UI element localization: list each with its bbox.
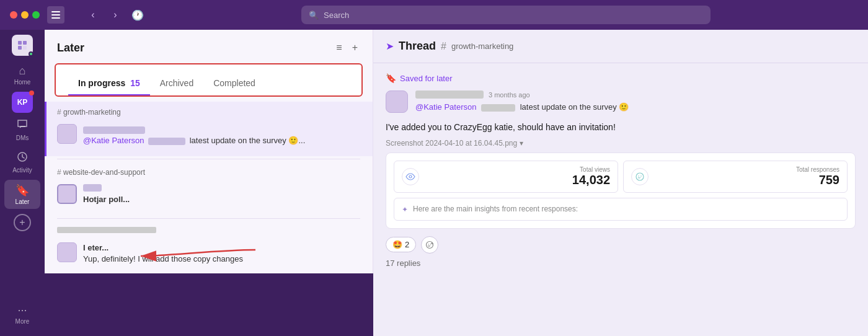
add-reaction-button[interactable]	[421, 236, 438, 254]
svg-rect-5	[23, 41, 27, 45]
later-panel-container: Later ≡ + In progress 15 Archived Comple…	[45, 30, 373, 336]
thread-title: Thread	[399, 40, 436, 53]
search-icon: 🔍	[309, 11, 319, 20]
thread-icon: ➤	[386, 40, 394, 52]
dropdown-icon[interactable]: ▾	[520, 139, 523, 148]
svg-rect-6	[18, 46, 22, 50]
svg-rect-7	[23, 46, 27, 50]
home-icon: ⌂	[19, 64, 26, 77]
blurred-sender-name	[415, 91, 484, 99]
channel-section-growth-marketing: # growth-marketing @Katie Paterson lates…	[45, 102, 373, 156]
thread-mention: @Katie Paterson	[415, 102, 476, 112]
thread-panel: ➤ Thread # growth-marketing 🔖 Saved for …	[373, 30, 868, 336]
workspace-avatar-container	[12, 35, 33, 56]
message-body: @Katie Paterson latest update on the sur…	[83, 124, 360, 146]
notification-dot	[29, 91, 34, 95]
thread-message: 3 months ago @Katie Paterson latest upda…	[386, 91, 856, 113]
svg-point-10	[636, 173, 644, 180]
nav-controls: ‹ › 🕐	[84, 6, 146, 24]
sidebar-toggle-button[interactable]	[47, 6, 64, 24]
kp-label: KP	[17, 98, 28, 107]
back-button[interactable]: ‹	[84, 6, 102, 24]
responses-stat: Total responses 759	[623, 161, 848, 193]
activity-icon	[17, 151, 28, 166]
svg-point-12	[640, 175, 642, 177]
insights-box: ✦ Here are the main insights from recent…	[394, 198, 848, 221]
insights-text: Here are the main insights from recent r…	[413, 205, 578, 213]
blurred-dots	[83, 184, 102, 192]
sidebar-item-kp[interactable]: KP	[12, 92, 33, 113]
tab-in-progress[interactable]: In progress 15	[68, 72, 150, 95]
reaction-emoji: 🤩	[392, 240, 402, 249]
channel-label-growth-marketing: # growth-marketing	[57, 108, 360, 117]
thread-message-header: 3 months ago	[415, 91, 856, 99]
blurred-sender	[83, 126, 145, 134]
online-indicator	[29, 51, 33, 56]
message-text: @Katie Paterson latest update on the sur…	[83, 124, 360, 146]
search-bar[interactable]: 🔍 Search	[301, 6, 711, 24]
history-button[interactable]: 🕐	[129, 6, 146, 24]
message-body: Hotjar poll...	[83, 184, 360, 205]
reaction-button[interactable]: 🤩 2	[386, 237, 416, 252]
svg-rect-3	[16, 39, 29, 51]
saved-for-later-badge: 🔖 Saved for later	[386, 73, 856, 83]
minimize-button[interactable]	[21, 11, 29, 19]
reaction-count: 2	[405, 240, 409, 249]
message-text: Hotjar poll...	[83, 194, 360, 205]
views-data: Total views 14,032	[424, 166, 610, 187]
home-label: Home	[14, 79, 31, 86]
thread-avatar	[386, 91, 408, 113]
list-item[interactable]: Hotjar poll...	[57, 180, 360, 209]
stats-row: Total views 14,032	[394, 161, 848, 193]
later-panel-header: Later ≡ +	[45, 30, 373, 56]
svg-rect-1	[51, 14, 60, 15]
avatar	[57, 124, 77, 144]
add-button[interactable]: +	[14, 214, 31, 231]
forward-button[interactable]: ›	[107, 6, 124, 24]
views-value: 14,032	[424, 173, 610, 187]
tab-archived[interactable]: Archived	[150, 72, 203, 95]
svg-point-9	[409, 175, 412, 178]
avatar	[57, 184, 77, 204]
list-item[interactable]: I eter... Yup, definitely! I will add th…	[57, 239, 360, 268]
saved-label: Saved for later	[400, 74, 453, 83]
svg-rect-4	[18, 41, 22, 45]
later-label: Later	[16, 198, 30, 205]
sidebar-item-dms[interactable]: DMs	[4, 115, 40, 145]
svg-point-14	[428, 244, 429, 244]
later-header-actions: ≡ +	[334, 40, 360, 56]
replies-count: 17 replies	[386, 259, 856, 268]
maximize-button[interactable]	[32, 11, 40, 19]
section-divider-2	[57, 218, 360, 219]
tab-completed[interactable]: Completed	[203, 72, 265, 95]
mention-katie: @Katie Paterson	[83, 136, 144, 145]
thread-content: 🔖 Saved for later 3 months ago @Katie Pa…	[373, 63, 868, 336]
screenshot-label: Screenshot 2024-04-10 at 16.04.45.png ▾	[386, 139, 856, 148]
responses-value: 759	[653, 173, 839, 187]
svg-point-11	[638, 175, 639, 177]
dms-icon	[17, 119, 28, 133]
insights-icon: ✦	[402, 205, 408, 214]
channel-section-website: # website-dev-and-support Hotjar poll...	[45, 162, 373, 215]
later-title: Later	[57, 42, 84, 55]
sidebar-item-home[interactable]: ⌂ Home	[4, 61, 40, 89]
main-layout: ⌂ Home KP DMs Activity	[0, 30, 868, 336]
sidebar-item-later[interactable]: 🔖 Later	[4, 180, 40, 209]
window-controls	[10, 11, 40, 19]
responses-icon	[631, 168, 649, 185]
channel-section-other: I eter... Yup, definitely! I will add th…	[45, 221, 373, 273]
list-item[interactable]: @Katie Paterson latest update on the sur…	[57, 120, 360, 150]
stats-card: Total views 14,032	[386, 153, 856, 229]
later-tabs-container: In progress 15 Archived Completed	[55, 63, 363, 97]
sidebar-item-activity[interactable]: Activity	[4, 148, 40, 177]
thread-message-text: @Katie Paterson latest update on the sur…	[415, 101, 856, 113]
add-later-button[interactable]: +	[350, 40, 360, 56]
avatar	[57, 242, 77, 262]
dms-label: DMs	[16, 135, 29, 141]
blurred-text	[148, 138, 185, 145]
filter-button[interactable]: ≡	[334, 40, 344, 56]
sidebar-item-more[interactable]: ··· More	[4, 300, 40, 329]
section-divider	[57, 159, 360, 159]
close-button[interactable]	[10, 11, 17, 19]
later-panel: Later ≡ + In progress 15 Archived Comple…	[45, 30, 373, 273]
